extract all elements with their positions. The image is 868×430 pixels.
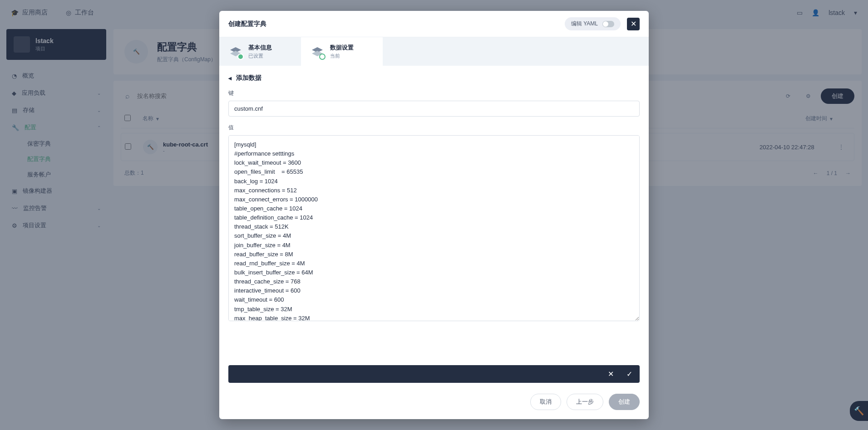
prev-button[interactable]: 上一步 xyxy=(567,394,603,410)
value-textarea[interactable] xyxy=(228,135,640,321)
key-label: 键 xyxy=(228,89,640,97)
add-data-label: 添加数据 xyxy=(236,74,261,82)
confirm-icon[interactable]: ✓ xyxy=(626,370,632,378)
create-configmap-modal: 创建配置字典 编辑 YAML ✕ 基本信息 已设置 xyxy=(219,11,649,419)
value-label: 值 xyxy=(228,124,640,132)
close-icon: ✕ xyxy=(631,20,636,28)
check-badge-icon xyxy=(237,54,244,60)
step2-label: 数据设置 xyxy=(330,44,354,52)
add-data-header[interactable]: ◂ 添加数据 xyxy=(228,74,640,82)
action-bar: ✕ ✓ xyxy=(228,365,640,383)
cancel-button[interactable]: 取消 xyxy=(530,394,561,410)
modal-header: 创建配置字典 编辑 YAML ✕ xyxy=(219,11,649,37)
help-fab-button[interactable]: 🔨 xyxy=(850,401,868,421)
close-button[interactable]: ✕ xyxy=(627,18,640,30)
key-input[interactable] xyxy=(228,101,640,117)
yaml-toggle[interactable]: 编辑 YAML xyxy=(565,17,621,30)
hammer-icon: 🔨 xyxy=(854,406,864,416)
step1-sub: 已设置 xyxy=(248,53,272,59)
discard-icon[interactable]: ✕ xyxy=(608,370,614,378)
step1-label: 基本信息 xyxy=(248,44,272,52)
step-tab-data-settings[interactable]: 数据设置 当前 xyxy=(301,37,383,66)
step2-sub: 当前 xyxy=(330,53,354,59)
step-tabs: 基本信息 已设置 数据设置 当前 xyxy=(219,37,649,66)
layers-icon xyxy=(310,44,325,59)
step-tab-basic-info[interactable]: 基本信息 已设置 xyxy=(219,37,301,66)
create-submit-button[interactable]: 创建 xyxy=(609,394,640,410)
collapse-icon[interactable]: ◂ xyxy=(228,74,232,82)
modal-footer: 取消 上一步 创建 xyxy=(219,383,649,419)
modal-body: ◂ 添加数据 键 值 xyxy=(219,66,649,365)
current-badge-icon xyxy=(319,54,326,60)
modal-title: 创建配置字典 xyxy=(228,20,266,28)
toggle-switch[interactable] xyxy=(602,21,614,27)
layers-icon xyxy=(228,44,243,59)
yaml-toggle-label: 编辑 YAML xyxy=(571,20,598,28)
